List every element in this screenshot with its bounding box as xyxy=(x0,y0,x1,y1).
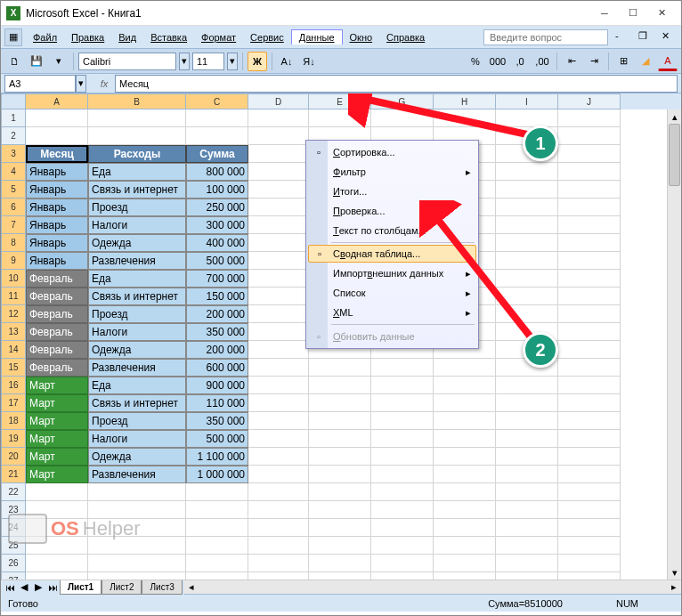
cell-month[interactable]: Март xyxy=(26,412,88,430)
row-header-17[interactable]: 17 xyxy=(1,394,26,412)
cell[interactable] xyxy=(434,412,496,430)
cell[interactable] xyxy=(558,270,621,288)
menu-item--[interactable]: Список▸ xyxy=(308,283,476,303)
cell[interactable] xyxy=(371,466,434,483)
cell[interactable] xyxy=(186,127,248,145)
cell[interactable] xyxy=(496,537,558,555)
cell-sum[interactable]: 300 000 xyxy=(186,216,248,234)
cell[interactable] xyxy=(248,199,309,216)
cell[interactable] xyxy=(496,466,558,483)
column-header-B[interactable]: B xyxy=(88,93,186,109)
row-header-12[interactable]: 12 xyxy=(1,305,26,323)
cell[interactable] xyxy=(309,377,371,394)
cell[interactable] xyxy=(558,394,621,412)
cell[interactable] xyxy=(371,430,434,448)
first-sheet-icon[interactable]: ⏮ xyxy=(3,581,17,594)
cell[interactable] xyxy=(248,572,309,580)
cell[interactable] xyxy=(558,501,621,519)
row-header-2[interactable]: 2 xyxy=(1,127,26,145)
cell-month[interactable]: Февраль xyxy=(26,359,88,377)
row-header-26[interactable]: 26 xyxy=(1,555,26,572)
column-header-G[interactable]: G xyxy=(371,93,434,109)
cell[interactable] xyxy=(496,555,558,572)
sheet-tab-2[interactable]: Лист2 xyxy=(101,580,142,595)
decrease-indent-icon[interactable]: ⇤ xyxy=(562,52,581,71)
cell[interactable] xyxy=(248,394,309,412)
name-box-dropdown-icon[interactable]: ▾ xyxy=(76,75,86,93)
cell-expense[interactable]: Еда xyxy=(88,377,186,394)
cell[interactable] xyxy=(496,234,558,252)
cell[interactable] xyxy=(496,305,558,323)
cell[interactable] xyxy=(309,519,371,537)
percent-icon[interactable]: % xyxy=(466,52,485,71)
sheet-tab-1[interactable]: Лист1 xyxy=(60,580,101,595)
cell[interactable] xyxy=(434,519,496,537)
cell[interactable] xyxy=(309,448,371,466)
cell-expense[interactable]: Связь и интернет xyxy=(88,394,186,412)
cell[interactable] xyxy=(88,555,186,572)
cell[interactable] xyxy=(434,448,496,466)
cell[interactable] xyxy=(26,572,88,580)
row-header-27[interactable]: 27 xyxy=(1,572,26,580)
comma-icon[interactable]: 000 xyxy=(488,52,507,71)
cell-month[interactable]: Март xyxy=(26,430,88,448)
cell[interactable] xyxy=(496,199,558,216)
font-size-dropdown-icon[interactable]: ▾ xyxy=(227,53,238,70)
cell-expense[interactable]: Налоги xyxy=(88,216,186,234)
cell[interactable] xyxy=(248,448,309,466)
select-all-corner[interactable] xyxy=(1,93,26,109)
cell-month[interactable]: Февраль xyxy=(26,270,88,288)
cell[interactable] xyxy=(434,572,496,580)
cell[interactable] xyxy=(434,430,496,448)
column-header-H[interactable]: H xyxy=(434,93,496,109)
cell[interactable] xyxy=(26,127,88,145)
cell[interactable] xyxy=(558,377,621,394)
row-header-21[interactable]: 21 xyxy=(1,466,26,483)
cell[interactable] xyxy=(371,394,434,412)
cell[interactable] xyxy=(558,234,621,252)
row-header-5[interactable]: 5 xyxy=(1,181,26,199)
scroll-down-icon[interactable]: ▾ xyxy=(668,565,681,580)
cell[interactable] xyxy=(248,163,309,181)
cell[interactable] xyxy=(496,288,558,305)
cell-month[interactable]: Январь xyxy=(26,234,88,252)
doc-restore-button[interactable]: ❐ xyxy=(638,30,654,45)
menu-help[interactable]: Справка xyxy=(379,30,432,45)
font-name-dropdown-icon[interactable]: ▾ xyxy=(179,53,190,70)
column-header-D[interactable]: D xyxy=(248,93,309,109)
cell[interactable] xyxy=(371,519,434,537)
cell-month[interactable]: Февраль xyxy=(26,323,88,341)
cell-expense[interactable]: Еда xyxy=(88,270,186,288)
menu-format[interactable]: Формат xyxy=(194,30,243,45)
row-header-6[interactable]: 6 xyxy=(1,199,26,216)
menu-edit[interactable]: Правка xyxy=(64,30,111,45)
cell[interactable] xyxy=(309,412,371,430)
prev-sheet-icon[interactable]: ◀ xyxy=(17,581,31,594)
cell-sum[interactable]: 500 000 xyxy=(186,252,248,270)
formula-input[interactable]: Месяц xyxy=(115,75,678,93)
menu-item--[interactable]: Текст по столбцам... xyxy=(308,221,476,240)
cell-month[interactable]: Январь xyxy=(26,216,88,234)
borders-icon[interactable]: ⊞ xyxy=(613,52,633,71)
cell-sum[interactable]: 600 000 xyxy=(186,359,248,377)
cell[interactable] xyxy=(496,377,558,394)
cell[interactable] xyxy=(186,555,248,572)
row-header-20[interactable]: 20 xyxy=(1,448,26,466)
cell-expense[interactable]: Развлечения xyxy=(88,252,186,270)
cell-month[interactable]: Январь xyxy=(26,163,88,181)
cell[interactable] xyxy=(496,109,558,127)
cell[interactable] xyxy=(88,109,186,127)
horizontal-scrollbar[interactable] xyxy=(288,581,667,594)
cell[interactable] xyxy=(558,572,621,580)
cell[interactable] xyxy=(558,109,621,127)
row-header-14[interactable]: 14 xyxy=(1,341,26,359)
maximize-button[interactable]: ☐ xyxy=(619,4,647,23)
cell[interactable] xyxy=(88,572,186,580)
header-sum[interactable]: Сумма xyxy=(186,145,248,163)
vertical-scrollbar[interactable]: ▴ ▾ xyxy=(667,109,681,580)
cell[interactable] xyxy=(558,412,621,430)
fx-icon[interactable]: fx xyxy=(93,78,115,89)
cell[interactable] xyxy=(558,163,621,181)
cell[interactable] xyxy=(248,555,309,572)
cell[interactable] xyxy=(496,163,558,181)
